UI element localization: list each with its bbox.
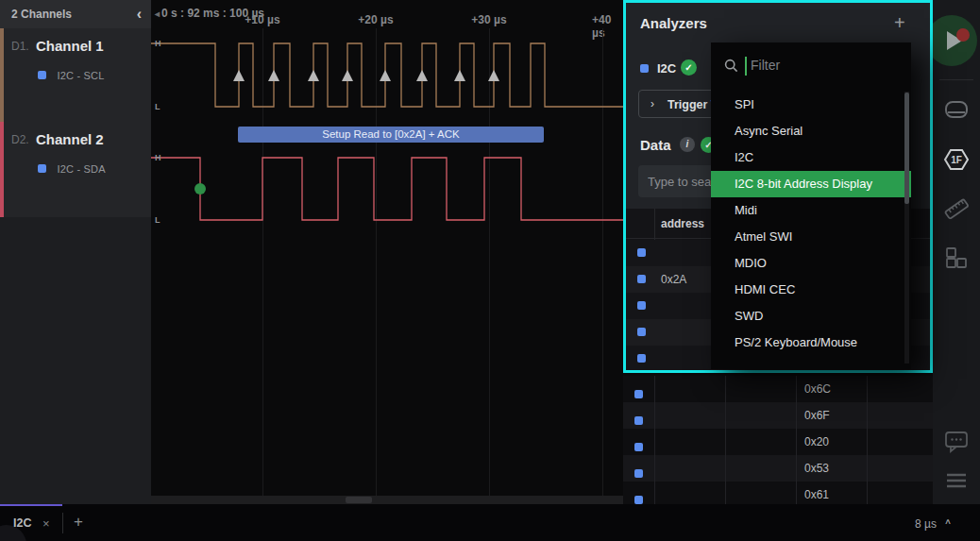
analyzer-enabled-check-icon: ✓ xyxy=(681,59,697,76)
table-row[interactable]: 0x20 xyxy=(623,429,933,455)
info-icon[interactable]: i xyxy=(680,137,695,152)
address-column-header: address xyxy=(661,217,704,230)
frame-icon-cell xyxy=(623,482,654,504)
frame-color-square-icon xyxy=(634,390,643,398)
sda-high-label: H xyxy=(155,153,161,162)
table-cell xyxy=(654,402,725,429)
close-tab-icon[interactable]: × xyxy=(42,516,50,531)
decoded-data-table-continued[interactable]: 0x6C0x6F0x200x530x61 xyxy=(623,376,933,504)
frame-color-square-icon xyxy=(637,248,646,257)
analyzer-options-list: SPIAsync SerialI2CI2C 8-bit Address Disp… xyxy=(711,92,911,356)
table-row[interactable]: 0x6C xyxy=(623,376,933,402)
data-cell: 0x6C xyxy=(796,376,867,402)
table-cell xyxy=(867,455,933,482)
frame-color-square-icon xyxy=(634,416,643,425)
i2c-start-marker-icon xyxy=(194,183,206,194)
chevron-up-icon[interactable]: ∧ xyxy=(944,517,952,527)
chat-feedback-icon[interactable] xyxy=(943,428,970,454)
frame-color-square-icon xyxy=(634,443,643,451)
tab-i2c[interactable]: I2C xyxy=(13,516,31,530)
analyzer-name: I2C xyxy=(657,61,676,76)
analyzer-option-spi[interactable]: SPI xyxy=(711,92,911,118)
rising-edge-arrow-icon xyxy=(488,70,499,81)
table-row[interactable]: 0x53 xyxy=(623,455,933,482)
analyzers-title: Analyzers xyxy=(640,15,707,31)
device-settings-icon[interactable] xyxy=(943,96,970,123)
logic-analyzer-app: 2 Channels ‹ D1. Channel 1 I2C - SCL D2.… xyxy=(0,0,980,541)
ruler-measure-icon[interactable] xyxy=(943,195,970,222)
table-row[interactable]: 0x6F xyxy=(623,402,933,429)
table-cell xyxy=(725,429,796,455)
channel-2-color-stripe xyxy=(0,122,4,217)
channels-header: 2 Channels ‹ xyxy=(0,0,151,28)
channel-row-1[interactable]: D1. Channel 1 I2C - SCL xyxy=(0,28,151,122)
sda-low-label: L xyxy=(155,215,161,225)
frame-icon-cell xyxy=(623,402,654,429)
analyzer-color-square-icon xyxy=(38,164,46,173)
channel-1-id: D1. xyxy=(11,40,29,53)
waveform-viewport[interactable]: ◂0 s : 92 ms : 100 µs +10 µs+20 µs+30 µs… xyxy=(151,0,623,504)
hex-value-display-icon[interactable]: 1F xyxy=(943,146,970,173)
rising-edge-arrow-icon xyxy=(233,70,245,81)
bottom-tab-bar: I2C × + 8 µs ∧ xyxy=(0,504,980,541)
frame-icon-cell xyxy=(623,429,654,455)
analyzer-option-midi[interactable]: Midi xyxy=(711,197,911,224)
table-cell xyxy=(654,376,725,402)
waveform-trace xyxy=(151,158,623,220)
horizontal-scrollbar-thumb[interactable] xyxy=(346,497,372,503)
analyzer-option-hdmi-cec[interactable]: HDMI CEC xyxy=(711,277,911,303)
scl-high-label: H xyxy=(155,39,161,48)
horizontal-scrollbar[interactable] xyxy=(151,496,623,504)
channel-row-2[interactable]: D2. Channel 2 I2C - SDA xyxy=(0,122,151,217)
channel-2-analyzer-tag: I2C - SDA xyxy=(38,160,106,169)
table-cell xyxy=(654,455,725,482)
data-cell: 0x6F xyxy=(796,402,867,429)
layout-grid-icon[interactable] xyxy=(943,245,970,271)
menu-icon[interactable] xyxy=(943,467,970,494)
data-cell: 0x53 xyxy=(796,455,867,482)
analyzer-option-i2c[interactable]: I2C xyxy=(711,144,911,171)
start-capture-button[interactable] xyxy=(926,15,977,66)
rising-edge-arrow-icon xyxy=(380,70,391,81)
analyzer-option-swd[interactable]: SWD xyxy=(711,303,911,330)
recording-dot-icon xyxy=(956,28,970,42)
frame-color-square-icon xyxy=(637,328,646,336)
channels-count-label: 2 Channels xyxy=(11,8,72,21)
analyzer-color-square-icon xyxy=(640,64,649,73)
table-row[interactable]: 0x61 xyxy=(623,482,933,504)
table-cell xyxy=(725,455,796,482)
frame-color-square-icon xyxy=(637,354,646,363)
address-cell: 0x2A xyxy=(661,273,686,286)
filter-placeholder: Filter xyxy=(751,58,780,73)
analyzer-option-i2c-8-bit-address-display[interactable]: I2C 8-bit Address Display xyxy=(711,171,911,197)
table-cell xyxy=(867,402,933,429)
frame-icon-cell xyxy=(623,455,654,482)
table-cell xyxy=(654,482,725,504)
data-title: Data xyxy=(640,137,671,153)
rising-edge-arrow-icon xyxy=(342,70,353,81)
i2c-decode-annotation[interactable]: Setup Read to [0x2A] + ACK xyxy=(238,127,544,143)
channels-sidebar: 2 Channels ‹ D1. Channel 1 I2C - SCL D2.… xyxy=(0,0,151,504)
dropdown-filter-box[interactable]: Filter xyxy=(711,42,911,90)
frame-color-square-icon xyxy=(637,301,646,310)
analyzer-option-ps-2-keyboard-mouse[interactable]: PS/2 Keyboard/Mouse xyxy=(711,330,911,356)
analyzer-color-square-icon xyxy=(38,71,46,79)
add-analyzer-button[interactable]: + xyxy=(894,12,905,34)
search-icon xyxy=(724,59,738,73)
analyzer-option-atmel-swi[interactable]: Atmel SWI xyxy=(711,224,911,250)
frame-color-square-icon xyxy=(637,275,646,283)
tab-divider xyxy=(62,513,63,533)
rising-edge-arrow-icon xyxy=(308,70,319,81)
digital-waveforms xyxy=(151,0,623,496)
channel-1-analyzer-tag: I2C - SCL xyxy=(38,66,105,76)
rising-edge-arrow-icon xyxy=(416,70,428,81)
collapse-sidebar-icon[interactable]: ‹ xyxy=(137,0,142,28)
analyzer-type-dropdown: Filter SPIAsync SerialI2CI2C 8-bit Addre… xyxy=(711,42,911,369)
table-cell xyxy=(867,482,933,504)
channel-1-name: Channel 1 xyxy=(36,38,104,54)
window-size-label[interactable]: 8 µs xyxy=(915,517,937,531)
add-tab-button[interactable]: + xyxy=(74,513,83,532)
dropdown-scrollbar-thumb[interactable] xyxy=(904,93,909,204)
analyzer-option-async-serial[interactable]: Async Serial xyxy=(711,118,911,144)
analyzer-option-mdio[interactable]: MDIO xyxy=(711,250,911,277)
